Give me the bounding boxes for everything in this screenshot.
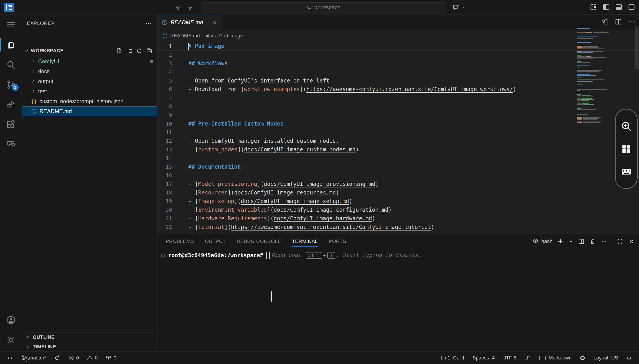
- panel-tab-ports[interactable]: PORTS: [324, 234, 351, 249]
- tree-item-output[interactable]: output: [22, 76, 157, 86]
- toggle-secondary-sidebar-icon[interactable]: [628, 3, 635, 11]
- code-line-17[interactable]: 17- [Model provisioning](docs/ComfyUI_im…: [157, 180, 639, 188]
- code-area[interactable]: 1# Pod image23## Workflows45- Open from …: [157, 42, 639, 232]
- timeline-section[interactable]: TIMELINE: [22, 342, 157, 351]
- minimap[interactable]: [577, 26, 613, 123]
- activity-chat-button[interactable]: [0, 134, 22, 154]
- status-remote[interactable]: [4, 353, 16, 363]
- forward-button[interactable]: [186, 3, 194, 11]
- terminal-shell[interactable]: bash: [532, 238, 553, 245]
- kill-terminal-icon[interactable]: [589, 238, 596, 245]
- activity-menu-button[interactable]: [0, 15, 22, 35]
- tab-readme[interactable]: README.md: [157, 15, 222, 30]
- breadcrumb-file[interactable]: README.md: [170, 33, 200, 39]
- code-line-10[interactable]: 10## Pre-Installed Custom Nodes: [157, 120, 639, 128]
- status-lf[interactable]: LF: [521, 353, 533, 363]
- code-line-18[interactable]: 18- [Resources](docs/ComfyUI_image_resou…: [157, 188, 639, 197]
- status-branch[interactable]: *master*: [18, 353, 49, 363]
- panel-tab-debug-console[interactable]: DEBUG CONSOLE: [232, 234, 286, 249]
- activity-settings-button[interactable]: [0, 330, 22, 350]
- code-line-8[interactable]: 8: [157, 102, 639, 111]
- activity-extensions-button[interactable]: [0, 114, 22, 134]
- code-line-20[interactable]: 20- [Environment variables](docs/ComfyUI…: [157, 206, 639, 214]
- code-line-1[interactable]: 1# Pod image: [157, 42, 639, 50]
- code-line-22[interactable]: 22- [Tutorial](https://awesome-comfyui.r…: [157, 223, 639, 232]
- new-terminal-icon[interactable]: [557, 238, 564, 245]
- sidebar-more-icon[interactable]: ⋯: [146, 20, 152, 27]
- tree-item-docs[interactable]: docs: [22, 66, 157, 76]
- code-line-2[interactable]: 2: [157, 50, 639, 59]
- close-icon[interactable]: [211, 20, 217, 26]
- terminal-line[interactable]: root@d3c04945a6de:/workspace# Open chat …: [161, 252, 421, 259]
- code-line-11[interactable]: 11: [157, 128, 639, 137]
- activity-scm-button[interactable]: 1: [0, 74, 22, 94]
- workspace-section-header[interactable]: WORKSPACE: [22, 46, 157, 56]
- panel-tab-terminal[interactable]: TERMINAL: [288, 234, 322, 249]
- chat-button[interactable]: [452, 3, 466, 11]
- toggle-primary-sidebar-icon[interactable]: [602, 3, 610, 11]
- line-text: - Open ComfyUI manager installed custom …: [188, 138, 339, 144]
- maximize-panel-icon[interactable]: [617, 238, 623, 245]
- status-error[interactable]: 0: [65, 353, 82, 363]
- activity-search-button[interactable]: [0, 54, 22, 74]
- tree-item-custom-nodes-prompt-history-json[interactable]: {}custom_nodes\prompt_history.json: [22, 96, 157, 106]
- breadcrumb[interactable]: README.md › abc # Pod image: [157, 30, 639, 42]
- chevron-right-icon: ›: [202, 33, 204, 39]
- status-braces[interactable]: { }Markdown: [535, 353, 574, 363]
- close-panel-icon[interactable]: [628, 238, 635, 245]
- tree-item-label: README.md: [40, 108, 72, 114]
- tree-item-readme-md[interactable]: README.md: [22, 106, 157, 116]
- more-actions-icon[interactable]: [628, 18, 636, 26]
- status-utf-8[interactable]: UTF-8: [500, 353, 519, 363]
- open-preview-icon[interactable]: [601, 18, 609, 26]
- status-ports[interactable]: 0: [103, 353, 119, 363]
- activity-account-button[interactable]: [0, 310, 22, 330]
- code-line-14[interactable]: 14: [157, 154, 639, 162]
- collapse-all-icon[interactable]: [146, 47, 153, 54]
- status-sync[interactable]: [51, 353, 63, 363]
- code-line-12[interactable]: 12- Open ComfyUI manager installed custo…: [157, 137, 639, 145]
- code-line-13[interactable]: 13- [custom_nodes](docs/ComfyUI_image_cu…: [157, 145, 639, 154]
- tree-item-comfyui[interactable]: ComfyUI: [22, 56, 157, 66]
- status-ln-1-col-1[interactable]: Ln 1, Col 1: [438, 353, 468, 363]
- split-editor-icon[interactable]: [614, 18, 622, 26]
- terminal-dropdown-icon[interactable]: [568, 238, 573, 245]
- panel-tab-problems[interactable]: PROBLEMS: [161, 234, 198, 249]
- command-center-search[interactable]: workspace: [201, 2, 446, 12]
- code-line-15[interactable]: 15## Documentation: [157, 162, 639, 171]
- split-terminal-icon[interactable]: [578, 238, 585, 245]
- outline-section[interactable]: OUTLINE: [22, 332, 157, 342]
- keyboard-icon[interactable]: [620, 166, 632, 178]
- app-logo-icon[interactable]: [4, 3, 14, 12]
- code-line-7[interactable]: 7: [157, 94, 639, 102]
- code-line-6[interactable]: 6- Download from [workflow examples](htt…: [157, 85, 639, 94]
- activity-files-button[interactable]: [0, 35, 22, 54]
- grid-icon[interactable]: [620, 143, 632, 155]
- status-bell[interactable]: [623, 353, 635, 363]
- status-copilot[interactable]: [577, 353, 588, 363]
- activity-debug-button[interactable]: [0, 94, 22, 114]
- panel-tab-output[interactable]: OUTPUT: [200, 234, 230, 249]
- new-folder-icon[interactable]: [126, 47, 133, 54]
- status-warning[interactable]: 0: [84, 353, 100, 363]
- code-line-19[interactable]: 19- [Image setup](docs/ComfyUI_image_ima…: [157, 197, 639, 206]
- code-line-3[interactable]: 3## Workflows: [157, 59, 639, 68]
- zoom-in-icon[interactable]: [620, 120, 632, 132]
- refresh-icon[interactable]: [136, 47, 143, 54]
- code-line-9[interactable]: 9: [157, 111, 639, 120]
- panel-more-icon[interactable]: [601, 238, 607, 245]
- tree-item-test[interactable]: test: [22, 86, 157, 96]
- code-line-21[interactable]: 21- [Hardware Requirements](docs/ComfyUI…: [157, 214, 639, 223]
- editor-scrollbar[interactable]: [635, 26, 638, 69]
- code-line-4[interactable]: 4: [157, 68, 639, 76]
- toggle-panel-icon[interactable]: [615, 3, 623, 11]
- status-layout-us[interactable]: Layout: US: [591, 353, 621, 363]
- code-line-5[interactable]: 5- Open from ComfyUI's interface on the …: [157, 76, 639, 85]
- code-line-16[interactable]: 16: [157, 171, 639, 180]
- new-file-icon[interactable]: [116, 47, 123, 54]
- status-spaces-4[interactable]: Spaces: 4: [470, 353, 497, 363]
- back-button[interactable]: [174, 3, 182, 11]
- tree-item-label: custom_nodes\prompt_history.json: [40, 98, 123, 104]
- breadcrumb-symbol[interactable]: # Pod image: [215, 33, 243, 39]
- customize-layout-icon[interactable]: [589, 3, 597, 11]
